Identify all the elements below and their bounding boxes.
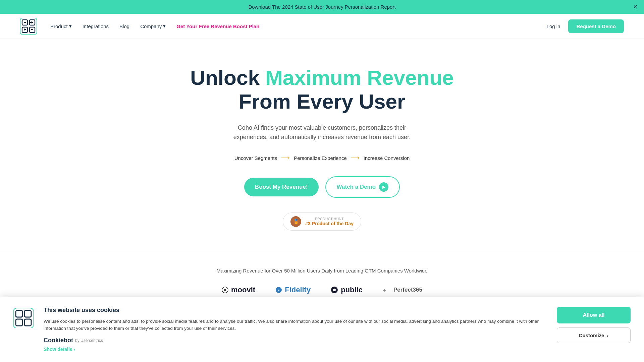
nav-links: Product ▾ Integrations Blog Company ▾ Ge… [50,23,547,29]
cookie-overlay: This website uses cookies We use cookies… [0,297,644,311]
play-icon: ▶ [379,182,388,192]
cookie-title: This website uses cookies [44,307,547,311]
medal-icon: 🏅 [290,216,301,227]
chevron-down-icon: ▾ [69,23,72,29]
cta-row: Boost My Revenue! Watch a Demo ▶ [184,176,460,198]
nav-blog[interactable]: Blog [119,23,129,29]
nav-product[interactable]: Product ▾ [50,23,72,29]
svg-text:✦: ✦ [383,288,386,293]
request-demo-button[interactable]: Request a Demo [568,19,624,33]
hero-section: Unlock Maximum Revenue From Every User C… [171,39,473,251]
svg-point-16 [333,289,336,291]
watch-demo-button[interactable]: Watch a Demo ▶ [325,176,400,198]
allow-all-button[interactable]: Allow all [557,307,631,311]
svg-text:F: F [278,289,280,292]
cookie-content: This website uses cookies We use cookies… [44,307,547,311]
logo-public: public [331,286,363,294]
cookie-banner: This website uses cookies We use cookies… [0,297,644,311]
logo-perfect365: ✦ Perfect365 [383,287,422,293]
step-1: Uncover Segments [234,155,277,161]
logos-row: moovit F Fidelity public ✦ Perfect365 [20,286,624,294]
nav-integrations[interactable]: Integrations [83,23,109,29]
nav-actions: Log in Request a Demo [547,19,624,33]
navbar: Product ▾ Integrations Blog Company ▾ Ge… [0,14,644,39]
top-banner: Download The 2024 State of User Journey … [0,0,644,14]
logo-fidelity: F Fidelity [275,286,311,294]
hero-subtitle: Coho AI finds your most valuable custome… [225,123,419,142]
nav-revenue-boost[interactable]: Get Your Free Revenue Boost Plan [176,23,259,29]
login-link[interactable]: Log in [547,23,560,29]
logos-tagline: Maximizing Revenue for Over 50 Million U… [20,268,624,274]
arrow-icon-2: ⟶ [351,154,360,162]
svg-point-12 [224,289,226,291]
chevron-down-icon: ▾ [163,23,166,29]
step-2: Personalize Experience [294,155,347,161]
step-3: Increase Conversion [364,155,410,161]
banner-text: Download The 2024 State of User Journey … [248,4,395,10]
steps-row: Uncover Segments ⟶ Personalize Experienc… [184,154,460,162]
ph-text: PRODUCT HUNT #3 Product of the Day [305,217,354,226]
cookie-logo [13,308,34,311]
logo[interactable] [20,18,37,35]
product-hunt-badge: 🏅 PRODUCT HUNT #3 Product of the Day [283,213,361,231]
arrow-icon-1: ⟶ [281,154,290,162]
boost-revenue-button[interactable]: Boost My Revenue! [244,178,319,196]
logo-moovit: moovit [222,286,255,294]
cookie-actions: Allow all Customize › [557,307,631,311]
hero-title: Unlock Maximum Revenue From Every User [184,66,460,114]
nav-company[interactable]: Company ▾ [140,23,166,29]
banner-close-button[interactable]: × [633,3,637,11]
